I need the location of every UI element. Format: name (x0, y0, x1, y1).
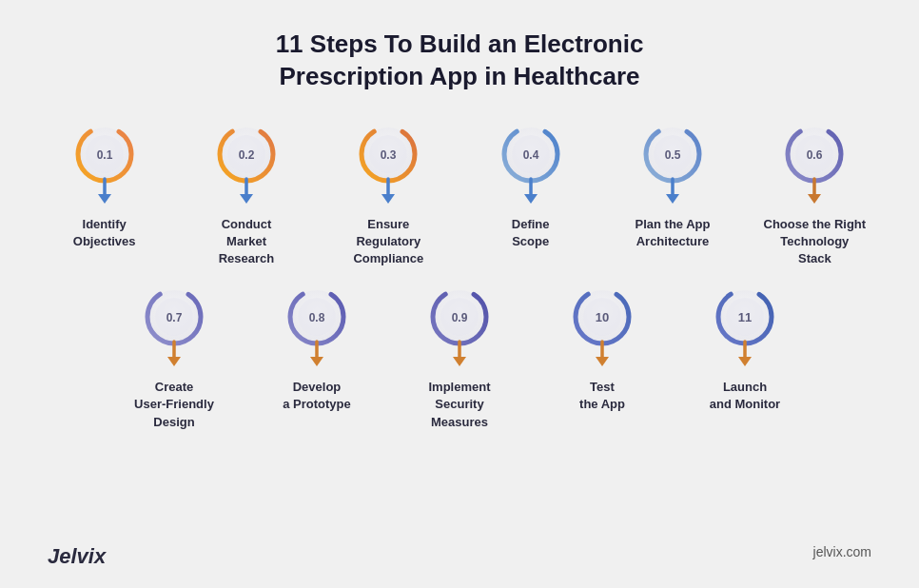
svg-marker-23 (524, 194, 538, 204)
svg-marker-35 (808, 194, 821, 204)
steps-row-1: 0.1 Identify Objectives 0.2 Conduct Mark… (38, 120, 881, 268)
svg-text:0.8: 0.8 (309, 311, 325, 324)
step-07-icon: 0.7 (136, 283, 212, 373)
footer: Jelvix jelvix.com (38, 537, 881, 569)
step-09-label: Implement Security Measures (428, 379, 490, 431)
svg-text:0.4: 0.4 (522, 148, 538, 162)
step-01-icon: 0.1 (67, 120, 143, 210)
svg-marker-11 (240, 194, 253, 204)
step-07: 0.7 Create User-Friendly Design (108, 283, 241, 431)
steps-rows: 0.1 Identify Objectives 0.2 Conduct Mark… (38, 120, 881, 431)
brand-logo: Jelvix (48, 544, 106, 569)
page-title: 11 Steps To Build an Electronic Prescrip… (276, 29, 644, 93)
step-04: 0.4 Define Scope (464, 120, 596, 268)
step-03: 0.3 Ensure Regulatory Compliance (323, 120, 455, 268)
svg-marker-65 (738, 357, 752, 366)
step-05: 0.5 Plan the App Architecture (606, 120, 738, 268)
step-11-label: Launch and Monitor (710, 379, 780, 413)
svg-marker-17 (381, 194, 395, 204)
step-10-icon: 10 (564, 283, 640, 373)
step-11-icon: 11 (707, 283, 783, 373)
svg-marker-5 (98, 194, 111, 204)
svg-text:0.2: 0.2 (239, 148, 255, 162)
step-08: 0.8 Develop a Prototype (250, 283, 383, 431)
svg-text:0.1: 0.1 (96, 148, 112, 162)
svg-marker-53 (453, 357, 466, 366)
step-03-icon: 0.3 (350, 120, 426, 210)
svg-text:0.9: 0.9 (452, 311, 468, 324)
step-07-label: Create User-Friendly Design (134, 379, 214, 431)
step-05-icon: 0.5 (635, 120, 711, 210)
svg-marker-41 (167, 357, 181, 366)
step-05-label: Plan the App Architecture (635, 216, 711, 250)
svg-text:0.3: 0.3 (381, 148, 397, 162)
svg-text:0.5: 0.5 (665, 148, 681, 162)
step-04-label: Define Scope (512, 216, 550, 250)
svg-text:0.6: 0.6 (807, 148, 823, 162)
step-11: 11 Launch and Monitor (678, 283, 811, 431)
step-01-label: Identify Objectives (73, 216, 136, 250)
step-10-label: Test the App (579, 379, 625, 413)
step-06: 0.6 Choose the Right Technology Stack (749, 120, 881, 268)
step-09: 0.9 Implement Security Measures (393, 283, 526, 431)
step-02: 0.2 Conduct Market Research (180, 120, 312, 268)
step-02-label: Conduct Market Research (219, 216, 275, 268)
step-06-label: Choose the Right Technology Stack (764, 216, 867, 268)
step-06-icon: 0.6 (776, 120, 852, 210)
step-04-icon: 0.4 (493, 120, 569, 210)
step-08-label: Develop a Prototype (283, 379, 351, 413)
svg-marker-29 (666, 194, 679, 204)
step-10: 10 Test the App (536, 283, 669, 431)
step-03-label: Ensure Regulatory Compliance (353, 216, 423, 268)
svg-text:0.7: 0.7 (166, 311, 183, 324)
svg-marker-47 (310, 357, 323, 366)
step-02-icon: 0.2 (208, 120, 284, 210)
step-01: 0.1 Identify Objectives (38, 120, 170, 268)
steps-row-2: 0.7 Create User-Friendly Design 0.8 Deve… (38, 283, 881, 431)
svg-text:11: 11 (738, 310, 752, 324)
footer-url: jelvix.com (813, 544, 871, 569)
main-container: 11 Steps To Build an Electronic Prescrip… (0, 0, 919, 588)
svg-text:10: 10 (596, 310, 609, 324)
step-08-icon: 0.8 (279, 283, 355, 373)
step-09-icon: 0.9 (421, 283, 498, 373)
svg-marker-59 (596, 357, 609, 366)
